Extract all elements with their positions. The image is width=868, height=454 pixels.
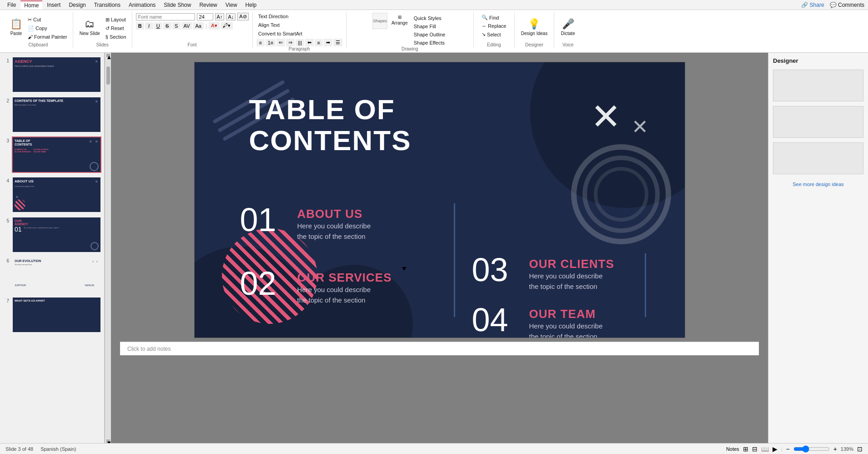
new-slide-button[interactable]: 🗂 New Slide (77, 16, 103, 38)
reset-button[interactable]: ↺ Reset (104, 25, 128, 32)
decrease-font-button[interactable]: A↓ (226, 13, 236, 20)
slide-panel-scrollbar[interactable]: ▲ ▼ (105, 53, 111, 443)
comments-button[interactable]: 💬 Comments (830, 2, 864, 8)
fit-slide-button[interactable]: ⊡ (857, 445, 863, 453)
decrease-indent-button[interactable]: ⇐ (276, 39, 285, 46)
menu-review[interactable]: Review (196, 1, 221, 9)
design-ideas-button[interactable]: 💡 Design Ideas (518, 16, 550, 38)
deco-x-small: ✕ (632, 117, 648, 137)
align-right-button[interactable]: ➡ (324, 39, 332, 46)
align-center-button[interactable]: ≡ (315, 39, 323, 46)
paragraph-label: Paragraph (289, 46, 310, 52)
strikethrough-button[interactable]: S (163, 22, 171, 30)
divider: | (781, 446, 783, 452)
menu-design[interactable]: Design (65, 1, 89, 9)
main-slide[interactable]: ✕ ✕ TABLE OF CONTENTS 01 ABOUT US Here y (194, 62, 685, 338)
copy-button[interactable]: 📄 Copy (26, 25, 69, 32)
designer-panel-title: Designer (773, 57, 863, 64)
format-painter-button[interactable]: 🖌 Format Painter (26, 33, 69, 40)
layout-button[interactable]: ⊞ Layout (104, 16, 128, 24)
paste-icon: 📋 (10, 18, 22, 30)
slide-thumb-2[interactable]: 2 CONTENTS OF THIS TEMPLATE Brief descri… (2, 96, 102, 134)
menu-transitions[interactable]: Transitions (90, 1, 124, 9)
slide-thumb-6[interactable]: 6 OUR EVOLUTION Timeline content here JU… (2, 256, 102, 294)
slides-label: Slides (96, 42, 109, 48)
dictate-icon: 🎤 (562, 18, 574, 30)
zoom-in-button[interactable]: + (833, 445, 837, 453)
item-04-desc-line2: the topic of the section (529, 332, 603, 338)
slide-sorter-button[interactable]: ⊟ (752, 445, 758, 453)
reading-view-button[interactable]: 📖 (761, 445, 769, 453)
font-label: Font (188, 42, 197, 48)
columns-button[interactable]: ||| (296, 39, 304, 46)
ribbon: 📋 Paste ✂ Cut 📄 Copy 🖌 Format Painter Cl… (0, 10, 868, 53)
font-case-button[interactable]: Aa (193, 22, 203, 30)
paste-button[interactable]: 📋 Paste (7, 16, 25, 38)
normal-view-button[interactable]: ⊞ (743, 445, 748, 453)
menu-view[interactable]: View (222, 1, 241, 9)
notes-bar[interactable]: Click to add notes (120, 342, 759, 355)
share-button[interactable]: 🔗 Share (801, 2, 824, 8)
arrange-button[interactable]: ⊞ Arrange (388, 13, 411, 27)
italic-button[interactable]: I (145, 22, 153, 30)
menu-insert[interactable]: Insert (43, 1, 64, 9)
quick-styles-button[interactable]: Quick Styles (412, 15, 447, 22)
slide-thumb-1[interactable]: 1 AGENCY Here is where your presentation… (2, 55, 102, 94)
slide-thumb-4[interactable]: 4 ABOUT US Content description here ✕ ✕ (2, 176, 102, 214)
slide-number-6: 6 (3, 258, 9, 263)
convert-smartart-button[interactable]: Convert to SmartArt (256, 30, 304, 37)
divider-right (645, 253, 646, 317)
text-direction-button[interactable]: Text Direction (256, 13, 291, 20)
design-idea-3[interactable] (773, 142, 863, 174)
bold-button[interactable]: B (136, 22, 144, 30)
underline-button[interactable]: U (154, 22, 162, 30)
shape-fill-button[interactable]: Shape Fill (412, 23, 447, 30)
notes-button[interactable]: Notes (726, 446, 739, 452)
section-button[interactable]: § Section (104, 33, 128, 40)
see-more-design-ideas[interactable]: See more design ideas (773, 182, 863, 187)
menu-help[interactable]: Help (242, 1, 261, 9)
increase-indent-button[interactable]: ⇒ (286, 39, 295, 46)
bullets-button[interactable]: ≡ (256, 39, 265, 46)
editing-label: Editing (487, 42, 501, 48)
menu-bar: File Home Insert Design Transitions Anim… (0, 0, 868, 10)
increase-font-button[interactable]: A↑ (215, 13, 225, 20)
slide-number-7: 7 (3, 298, 9, 303)
text-highlight-button[interactable]: 🖍▾ (221, 22, 233, 30)
slide-thumb-3[interactable]: 3 TABLE OFCONTENTS 01 ABOUT US 02 OUR SE… (2, 136, 102, 174)
design-idea-1[interactable] (773, 70, 863, 101)
cut-button[interactable]: ✂ Cut (26, 16, 69, 24)
slide-thumb-7[interactable]: 7 WHAT SETS US APART (2, 296, 102, 334)
menu-file[interactable]: File (4, 1, 20, 9)
font-size-input[interactable] (197, 13, 213, 20)
numbering-button[interactable]: 1≡ (266, 39, 276, 46)
font-color-button[interactable]: A▾ (209, 22, 219, 30)
find-button[interactable]: 🔍 Find (480, 14, 501, 21)
menu-slideshow[interactable]: Slide Show (160, 1, 195, 9)
char-spacing-button[interactable]: AV (181, 22, 192, 30)
slideshow-button[interactable]: ▶ (773, 445, 778, 453)
zoom-slider[interactable] (793, 445, 830, 453)
menu-home[interactable]: Home (20, 0, 42, 10)
dictate-button[interactable]: 🎤 Dictate (558, 16, 578, 38)
slide-thumb-5[interactable]: 5 OUR AGENCY 01 You could enter a subtit… (2, 216, 102, 254)
shadow-button[interactable]: S (172, 22, 181, 30)
slide-panel: 1 AGENCY Here is where your presentation… (0, 53, 105, 443)
select-button[interactable]: ↘ Select (480, 30, 503, 38)
align-left-button[interactable]: ⬅ (305, 39, 314, 46)
clear-format-button[interactable]: A⊘ (237, 13, 248, 20)
menu-animations[interactable]: Animations (125, 1, 159, 9)
item-03-desc-line2: the topic of the section (529, 282, 614, 292)
font-name-input[interactable] (136, 13, 195, 20)
shape-outline-button[interactable]: Shape Outline (412, 31, 447, 38)
zoom-out-button[interactable]: − (786, 445, 789, 453)
justify-button[interactable]: ☰ (333, 39, 342, 46)
shape-effects-button[interactable]: Shape Effects (412, 39, 447, 46)
editing-group: 🔍 Find ↔ Replace ↘ Select Editing (474, 12, 515, 48)
align-text-button[interactable]: Align Text (256, 21, 282, 29)
replace-button[interactable]: ↔ Replace (480, 22, 508, 30)
click-to-add-notes[interactable]: Click to add notes (127, 346, 171, 352)
status-bar: Slide 3 of 48 Spanish (Spain) Notes ⊞ ⊟ … (0, 443, 868, 454)
design-idea-2[interactable] (773, 106, 863, 138)
drawing-group: Shapes ⊞ Arrange Quick Styles Shape Fill… (346, 12, 474, 48)
